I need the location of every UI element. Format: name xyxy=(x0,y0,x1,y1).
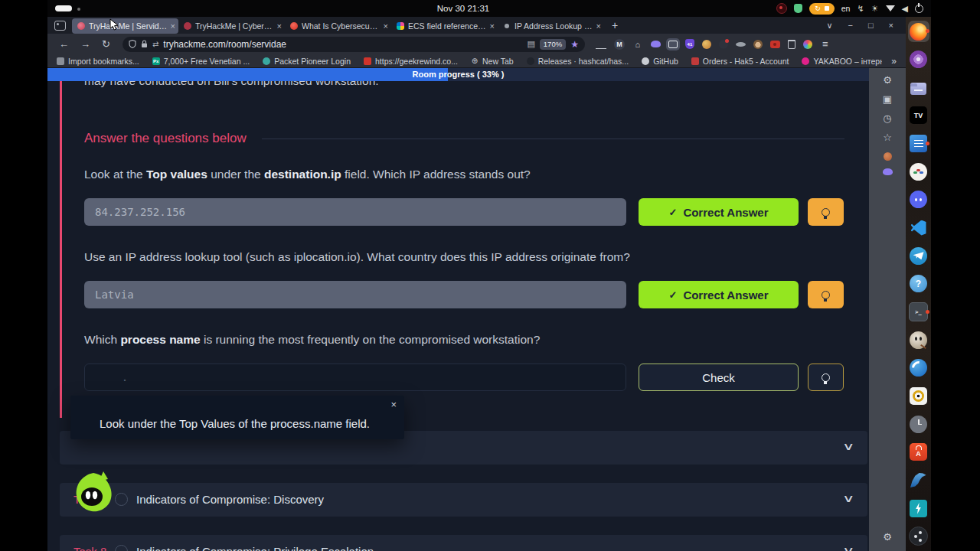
cloud-icon[interactable] xyxy=(883,168,893,175)
keyboard-layout-indicator[interactable]: en xyxy=(841,4,851,13)
browser-tab[interactable]: TryHackMe | Servidae: L× xyxy=(72,18,178,34)
lock-icon[interactable] xyxy=(141,40,148,48)
task-section-7[interactable]: Task 7 Indicators of Compromise: Discove… xyxy=(60,483,867,517)
dock-item-help[interactable]: ? xyxy=(908,273,929,295)
tab-close-icon[interactable]: × xyxy=(490,21,495,31)
permissions-icon[interactable]: ⇄ xyxy=(152,40,158,48)
firefox-view-icon[interactable] xyxy=(54,21,66,31)
dock-item-bolt[interactable] xyxy=(908,497,929,519)
bookmark-item[interactable]: ⊕New Tab xyxy=(471,57,514,66)
mastodon-icon[interactable]: M xyxy=(614,39,625,50)
bookmark-item[interactable]: Orders - Hak5 - Account xyxy=(691,57,789,66)
chevron-down-icon[interactable]: ∨ xyxy=(842,440,854,452)
back-button[interactable]: ← xyxy=(59,38,69,50)
window-close-button[interactable]: × xyxy=(889,21,893,30)
hint-button-1[interactable] xyxy=(808,198,844,226)
dock-item-tradingview[interactable]: TV xyxy=(908,105,929,126)
download-icon[interactable] xyxy=(596,39,606,49)
extension-icon[interactable] xyxy=(719,40,728,49)
tab-close-icon[interactable]: × xyxy=(384,21,388,31)
colorwheel-icon[interactable] xyxy=(803,40,812,49)
bookmark-item[interactable]: Packet Pioneer Login xyxy=(263,57,351,66)
dock-item-speaker[interactable] xyxy=(908,386,929,407)
url-text[interactable]: tryhackme.com/room/servidae xyxy=(163,39,522,50)
task-section-8[interactable]: Task 8 Indicators of Compromise: Privile… xyxy=(60,535,867,551)
recorder-icon[interactable] xyxy=(776,3,787,14)
history-clock-icon[interactable]: ◷ xyxy=(880,112,894,126)
hint-button-3[interactable] xyxy=(808,364,844,391)
home-icon[interactable]: ⌂ xyxy=(632,39,643,50)
correct-answer-button-2[interactable]: ✓ Correct Answer xyxy=(639,281,799,308)
reader-view-icon[interactable]: ▤ xyxy=(527,39,534,49)
dock-item-share[interactable] xyxy=(908,526,929,547)
browser-tab[interactable]: ECS field reference | Elast× xyxy=(391,18,498,34)
dock-item-gimp[interactable] xyxy=(908,329,929,350)
minimize-button[interactable]: − xyxy=(848,21,852,30)
bookmark-item[interactable]: GitHub xyxy=(642,57,678,66)
dock-item-clock[interactable] xyxy=(908,413,929,435)
trash-icon[interactable] xyxy=(788,40,795,49)
bookmark-item[interactable]: Px7,000+ Free Venetian ... xyxy=(152,57,250,66)
camera-icon[interactable] xyxy=(770,41,780,48)
brightness-icon[interactable]: ☀ xyxy=(871,4,879,14)
tab-close-icon[interactable]: × xyxy=(596,21,601,31)
screen-icon[interactable]: ▣ xyxy=(880,93,894,106)
activities-pill[interactable] xyxy=(55,5,72,11)
dock-item-vscode[interactable] xyxy=(908,217,929,239)
tab-close-icon[interactable]: × xyxy=(171,21,175,31)
check-button[interactable]: Check xyxy=(639,364,799,391)
shield-icon[interactable] xyxy=(794,4,802,13)
cookie-icon[interactable] xyxy=(884,152,892,161)
zoom-level-badge[interactable]: 170% xyxy=(540,39,566,50)
bookmark-star-icon[interactable]: ★ xyxy=(570,39,579,50)
tracking-shield-icon[interactable] xyxy=(129,40,136,48)
dock-item-telegram[interactable] xyxy=(908,245,929,266)
dock-item-wireshark[interactable] xyxy=(908,470,929,491)
browser-tab[interactable]: TryHackMe | Cyber Securi× xyxy=(178,18,285,34)
screencast-indicator[interactable]: ↻ xyxy=(809,3,835,15)
bookmark-item[interactable]: Import bookmarks... xyxy=(57,57,139,66)
list-tabs-icon[interactable]: ∨ xyxy=(826,21,832,31)
tab-close-icon[interactable]: × xyxy=(277,21,282,31)
settings-gear-icon[interactable]: ⚙ xyxy=(880,530,894,544)
new-tab-button[interactable]: + xyxy=(612,19,618,31)
dock-item-capsules[interactable] xyxy=(908,161,929,182)
answer-input-3[interactable] xyxy=(84,364,626,391)
cloud-icon[interactable] xyxy=(651,41,661,47)
screenshot-icon[interactable] xyxy=(668,41,678,48)
url-bar[interactable]: ⇄ tryhackme.com/room/servidae ▤ 170% ★ xyxy=(122,37,585,52)
menu-icon[interactable]: ≡ xyxy=(820,39,831,50)
monkey-icon[interactable] xyxy=(753,40,763,49)
dock-item-files[interactable] xyxy=(908,77,929,98)
answer-input-2[interactable] xyxy=(84,281,626,308)
cookie-icon[interactable] xyxy=(702,40,711,49)
bookmark-item[interactable]: YAKABOO – інтернет-... xyxy=(802,57,882,66)
reload-button[interactable]: ↻ xyxy=(102,38,110,50)
browser-tab[interactable]: IP Address Lookup - Chec× xyxy=(498,18,604,34)
hint-button-2[interactable] xyxy=(808,281,844,308)
power-icon[interactable] xyxy=(915,5,923,13)
system-clock[interactable]: Nov 30 21:31 xyxy=(413,0,513,17)
forward-button[interactable]: → xyxy=(80,38,90,50)
bookmark-item[interactable]: Releases · hashcat/has... xyxy=(527,57,629,66)
gear-icon[interactable]: ⚙ xyxy=(880,73,894,87)
dock-item-discord[interactable] xyxy=(908,189,929,210)
wifi-icon[interactable] xyxy=(886,5,895,11)
bookmark-item[interactable]: https://geekrewind.co... xyxy=(364,57,458,66)
dock-item-tor[interactable] xyxy=(908,49,929,70)
chevron-down-icon[interactable]: ∨ xyxy=(842,544,854,551)
dock-item-firefox[interactable] xyxy=(908,21,929,42)
dock-item-aliexpress[interactable]: A xyxy=(908,442,929,463)
star-icon[interactable]: ☆ xyxy=(880,131,894,145)
dock-item-thunderbird[interactable] xyxy=(908,357,929,379)
browser-tab[interactable]: What Is Cybersecurity Te× xyxy=(285,18,391,34)
shield-badge-icon[interactable]: 41 xyxy=(685,39,694,49)
chevron-down-icon[interactable]: ∨ xyxy=(842,492,854,504)
answer-input-1[interactable] xyxy=(84,198,626,226)
more-bookmarks-chevron[interactable]: » xyxy=(882,56,906,67)
dock-item-terminal[interactable]: >_ xyxy=(908,302,929,323)
dock-item-writer[interactable] xyxy=(908,133,929,155)
tooltip-close-icon[interactable]: × xyxy=(390,399,397,410)
maximize-button[interactable]: □ xyxy=(868,21,874,30)
ufo-icon[interactable] xyxy=(736,42,746,47)
